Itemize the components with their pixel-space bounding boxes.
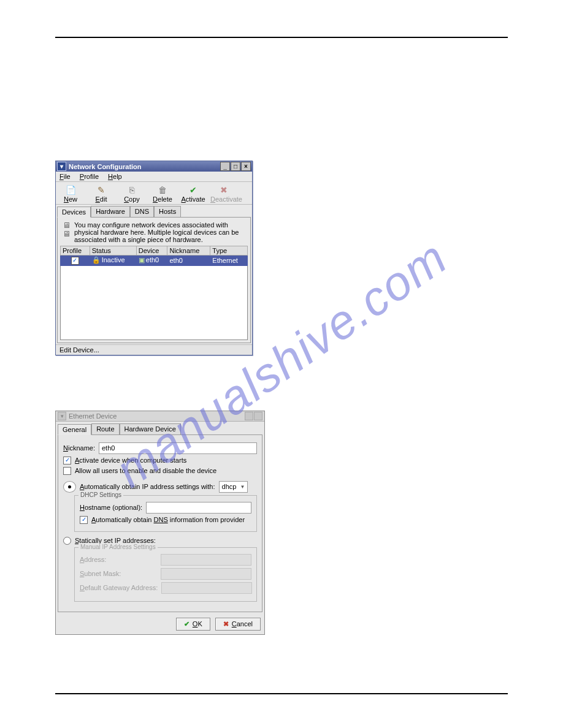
autodns-label: Automatically obtain DNS information fro… xyxy=(91,516,245,523)
profile-checkbox[interactable]: ✓ xyxy=(71,257,79,265)
toolbar-delete[interactable]: 🗑 Delete xyxy=(149,184,176,203)
subnet-label: Subnet Mask: xyxy=(80,570,157,577)
address-input xyxy=(161,554,251,566)
tab-hardware[interactable]: Hardware xyxy=(91,206,130,217)
gateway-label: Default Gateway Address: xyxy=(80,584,158,591)
cancel-icon: ✖ xyxy=(223,620,229,628)
col-device[interactable]: Device xyxy=(136,246,167,256)
tab-hardware-device[interactable]: Hardware Device xyxy=(120,423,181,434)
window-button[interactable] xyxy=(254,412,262,420)
cell-device: eth0 xyxy=(146,256,159,264)
toolbar-edit[interactable]: ✎ Edit xyxy=(88,184,115,203)
manual-legend: Manual IP Address Settings xyxy=(79,544,158,550)
menu-profile[interactable]: Profile xyxy=(80,173,99,180)
window-title: Network Configuration xyxy=(69,163,220,170)
nic-icon: ▣ xyxy=(139,256,145,264)
activate-checkbox[interactable]: ✓ xyxy=(63,457,71,464)
toolbar-copy[interactable]: ⎘ Copy xyxy=(118,184,145,203)
window-button[interactable] xyxy=(245,412,253,420)
delete-icon: 🗑 xyxy=(149,184,176,195)
copy-icon: ⎘ xyxy=(118,184,145,195)
auto-ip-label: Automatically obtain IP address settings… xyxy=(80,483,215,490)
allow-users-checkbox[interactable] xyxy=(63,467,71,475)
col-type[interactable]: Type xyxy=(210,246,248,256)
close-button[interactable]: × xyxy=(241,162,251,171)
col-status[interactable]: Status xyxy=(90,246,136,256)
ok-icon: ✔ xyxy=(184,620,190,628)
toolbar-new[interactable]: 📄 New xyxy=(57,184,84,203)
network-config-window: ▾ Network Configuration _ □ × File Profi… xyxy=(55,161,253,355)
toolbar: 📄 New ✎ Edit ⎘ Copy 🗑 Delete ✔ Activate … xyxy=(56,182,252,205)
tab-hosts[interactable]: Hosts xyxy=(154,206,181,217)
tab-general[interactable]: General xyxy=(58,424,91,435)
tab-devices[interactable]: Devices xyxy=(57,207,91,218)
tabs: General Route Hardware Device xyxy=(56,422,264,434)
activate-label: Activate device when computer starts xyxy=(75,457,186,464)
hint-text: You may configure network devices associ… xyxy=(74,221,245,243)
tab-panel-general: Nickname: ✓ Activate device when compute… xyxy=(58,434,262,612)
menubar: File Profile Help xyxy=(56,172,252,182)
tab-panel-devices: 🖥🖥 You may configure network devices ass… xyxy=(57,217,251,343)
hostname-label: Hostname (optional): xyxy=(80,504,142,511)
chevron-down-icon: ▼ xyxy=(240,484,245,490)
tab-dns[interactable]: DNS xyxy=(130,206,154,217)
button-bar: ✔ OK ✖ Cancel xyxy=(56,614,264,634)
menu-file[interactable]: File xyxy=(59,173,71,180)
deactivate-icon: ✖ xyxy=(210,184,237,195)
hint-icon: 🖥🖥 xyxy=(63,221,71,243)
ok-button[interactable]: ✔ OK xyxy=(176,618,210,631)
dhcp-legend: DHCP Settings xyxy=(79,491,123,498)
cell-type: Ethernet xyxy=(210,256,248,266)
allow-users-label: Allow all users to enable and disable th… xyxy=(75,467,216,474)
cancel-button[interactable]: ✖ Cancel xyxy=(215,618,261,631)
system-menu-icon[interactable]: ▾ xyxy=(58,412,66,420)
cell-status: Inactive xyxy=(102,256,125,264)
maximize-button[interactable]: □ xyxy=(231,162,240,171)
manual-ip-groupbox: Manual IP Address Settings Address: Subn… xyxy=(74,547,257,602)
col-nickname[interactable]: Nickname xyxy=(167,246,210,256)
window-titlebar[interactable]: ▾ Ethernet Device xyxy=(56,411,264,422)
ethernet-device-window: ▾ Ethernet Device General Route Hardware… xyxy=(55,411,265,635)
table-header-row: Profile Status Device Nickname Type xyxy=(61,246,248,256)
tab-route[interactable]: Route xyxy=(91,423,119,434)
new-icon: 📄 xyxy=(57,184,84,195)
hostname-input[interactable] xyxy=(146,502,251,514)
cell-nickname: eth0 xyxy=(167,256,210,266)
static-ip-radio[interactable] xyxy=(63,537,71,545)
toolbar-activate[interactable]: ✔ Activate xyxy=(180,184,207,203)
device-table: Profile Status Device Nickname Type ✓ 🔒I… xyxy=(60,246,248,266)
activate-icon: ✔ xyxy=(180,184,207,195)
col-profile[interactable]: Profile xyxy=(61,246,90,256)
subnet-input xyxy=(161,568,251,580)
window-titlebar[interactable]: ▾ Network Configuration _ □ × xyxy=(56,161,252,172)
dhcp-groupbox: DHCP Settings Hostname (optional): ✓ Aut… xyxy=(74,495,257,532)
auto-ip-radio[interactable] xyxy=(63,481,76,493)
status-bar: Edit Device... xyxy=(56,344,252,355)
tabs: Devices Hardware DNS Hosts xyxy=(56,205,252,217)
protocol-select[interactable]: dhcp ▼ xyxy=(219,481,248,493)
system-menu-icon[interactable]: ▾ xyxy=(57,162,66,171)
nickname-input[interactable] xyxy=(99,442,257,454)
toolbar-deactivate: ✖ Deactivate xyxy=(210,184,237,203)
edit-icon: ✎ xyxy=(88,184,115,195)
window-title: Ethernet Device xyxy=(69,412,244,420)
table-row[interactable]: ✓ 🔒Inactive ▣eth0 eth0 Ethernet xyxy=(61,256,248,266)
address-label: Address: xyxy=(80,556,157,563)
menu-help[interactable]: Help xyxy=(108,173,122,180)
minimize-button[interactable]: _ xyxy=(220,162,230,171)
lock-icon: 🔒 xyxy=(92,256,101,264)
gateway-input xyxy=(161,582,252,594)
autodns-checkbox[interactable]: ✓ xyxy=(80,516,88,524)
nickname-label: Nickname: xyxy=(63,444,95,452)
table-empty-area xyxy=(60,266,248,340)
protocol-value: dhcp xyxy=(222,483,237,490)
